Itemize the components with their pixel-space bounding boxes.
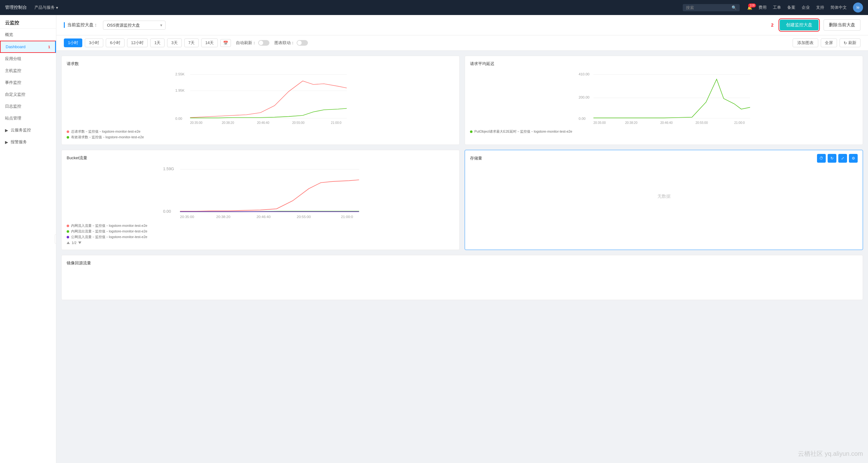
chart-request-count-title: 请求数 [67,61,454,67]
nav-enterprise[interactable]: 企业 [802,5,810,10]
fullscreen-button[interactable]: 全屏 [821,38,837,47]
step-label-2: 2 [771,23,774,28]
storage-actions: ⏱ ↻ ⤢ ⚙ [817,154,858,163]
sidebar-item-site[interactable]: 站点管理 [0,112,56,124]
sidebar-group-cloud[interactable]: ▶ 云服务监控 [0,124,56,136]
storage-expand-button[interactable]: ⤢ [838,154,847,163]
nav-filing[interactable]: 备案 [787,5,796,10]
svg-text:20:35:00: 20:35:00 [190,121,203,124]
chart-avg-latency-legend: PutObject请求最大E2E延时－监控值－logstore-monitor-… [470,129,858,134]
prev-page-icon[interactable] [67,242,70,244]
svg-text:21:00:0: 21:00:0 [341,215,353,219]
search-area: 🔍 [683,4,740,11]
nav-support[interactable]: 支持 [816,5,824,10]
chart-avg-latency-title: 请求平均延迟 [470,61,858,67]
nav-cost[interactable]: 费用 [758,5,767,10]
time-btn-3d[interactable]: 3天 [167,38,182,47]
pagination-controls: 1/2 [67,241,454,245]
legend-item-valid-req: 有效请求数－监控值－logstore-monitor-test-e2e [67,135,454,140]
dashboard-select-wrap: OSS资源监控大盘 主机监控大盘 自定义大盘 ▾ [103,21,165,30]
time-btn-7d[interactable]: 7天 [184,38,199,47]
svg-text:20:38:20: 20:38:20 [625,121,638,124]
main-content: 当前监控大盘： OSS资源监控大盘 主机监控大盘 自定义大盘 ▾ 2 创建监控大… [56,15,868,463]
sidebar-item-overview[interactable]: 概览 [0,29,56,41]
time-btn-1d[interactable]: 1天 [150,38,164,47]
svg-text:0.00: 0.00 [579,117,585,120]
chart-link-toggle[interactable] [297,40,308,46]
create-dashboard-button[interactable]: 创建监控大盘 [780,20,818,30]
request-count-svg: 2.55K 1.95K 0.00 20:35:00 20:38:20 20:46… [67,70,454,127]
sidebar-item-appgroup[interactable]: 应用分组 [0,53,56,65]
time-btn-12h[interactable]: 12小时 [127,38,148,47]
svg-text:410.00: 410.00 [579,72,589,76]
svg-text:20:38:20: 20:38:20 [216,215,230,219]
legend-dot-green-3 [67,230,69,233]
add-chart-button[interactable]: 添加图表 [793,38,818,47]
product-menu[interactable]: 产品与服务 ▾ [34,5,58,10]
storage-settings-button[interactable]: ⚙ [849,154,858,163]
legend-dot-green [67,136,69,138]
svg-text:200.00: 200.00 [579,95,589,99]
search-icon[interactable]: 🔍 [732,5,737,10]
chart-bucket-flow: Bucket流量 1.59G 0.00 20:35:00 20:38:20 20… [61,150,460,250]
svg-text:1.95K: 1.95K [175,89,185,92]
storage-header: 存储量 ⏱ ↻ ⤢ ⚙ [470,154,858,163]
sidebar-collapse-handle[interactable]: ≡ [55,235,56,244]
time-btn-14d[interactable]: 14天 [201,38,218,47]
svg-text:20:35:00: 20:35:00 [594,121,606,124]
avatar[interactable]: Ie [853,2,863,12]
nav-workorder[interactable]: 工单 [773,5,781,10]
chevron-down-icon: ▾ [56,5,58,10]
svg-text:21:00:0: 21:00:0 [331,121,342,124]
storage-clock-button[interactable]: ⏱ [817,154,826,163]
step-marker-1: 1 [48,45,50,49]
sidebar-item-host[interactable]: 主机监控 [0,65,56,76]
svg-text:20:38:20: 20:38:20 [222,121,235,124]
sidebar-item-dashboard[interactable]: Dashboard 1 [0,41,56,53]
chart-storage: 存储量 ⏱ ↻ ⤢ ⚙ 无数据 [465,150,863,250]
legend-item-latency: PutObject请求最大E2E延时－监控值－logstore-monitor-… [470,129,858,134]
svg-text:21:00:0: 21:00:0 [734,121,745,124]
storage-refresh-button[interactable]: ↻ [828,154,836,163]
chart-link-control: 图表联动： [274,40,308,46]
svg-text:0.00: 0.00 [163,209,171,214]
brand-logo: 管理控制台 [5,5,27,10]
next-page-icon[interactable] [78,242,81,244]
dashboard-select[interactable]: OSS资源监控大盘 主机监控大盘 自定义大盘 [103,21,165,30]
layout: 云监控 概览 Dashboard 1 应用分组 主机监控 事件监控 自定义监控 … [0,15,868,463]
time-btn-6h[interactable]: 6小时 [106,38,124,47]
chart-mirror-flow-area [67,270,858,295]
sidebar-group-alarm[interactable]: ▶ 报警服务 [0,136,56,148]
time-btn-3h[interactable]: 3小时 [85,38,103,47]
bottom-chart-area: 镜像回源流量 [56,255,868,305]
svg-text:1.59G: 1.59G [163,166,174,171]
sidebar-item-event[interactable]: 事件监控 [0,76,56,89]
legend-dot-red [67,130,69,133]
chevron-right-icon-2: ▶ [5,140,8,145]
delete-dashboard-button[interactable]: 删除当前大盘 [824,20,861,31]
notification-bell[interactable]: 🔔 108 [747,5,752,10]
nav-language[interactable]: 简体中文 [831,5,847,10]
sidebar-title: 云监控 [0,15,56,29]
search-input[interactable] [686,5,730,10]
nav-icons: 🔔 108 费用 工单 备案 企业 支持 简体中文 Ie [747,2,863,12]
legend-item-inbound: 内网流入流量－监控值－logstore-monitor-test-e2e [67,223,454,228]
legend-item-public-inbound: 公网流入流量－监控值－logstore-monitor-test-e2e [67,235,454,239]
chart-bucket-flow-legend: 内网流入流量－监控值－logstore-monitor-test-e2e 内网流… [67,223,454,245]
time-btn-1h[interactable]: 1小时 [64,38,82,47]
chart-avg-latency: 请求平均延迟 410.00 200.00 0.00 20:35:00 20:38… [465,56,863,145]
storage-body: 无数据 [470,165,858,228]
sidebar-item-custom[interactable]: 自定义监控 [0,89,56,100]
refresh-button[interactable]: ↻ 刷新 [839,38,861,47]
chevron-right-icon: ▶ [5,128,8,133]
calendar-button[interactable]: 📅 [220,39,231,47]
svg-text:20:55:00: 20:55:00 [297,215,311,219]
sidebar: 云监控 概览 Dashboard 1 应用分组 主机监控 事件监控 自定义监控 … [0,15,56,463]
top-nav: 管理控制台 产品与服务 ▾ 🔍 🔔 108 费用 工单 备案 企业 支持 简体中… [0,0,868,15]
svg-text:20:46:40: 20:46:40 [660,121,673,124]
sidebar-item-log[interactable]: 日志监控 [0,100,56,112]
chart-bucket-flow-title: Bucket流量 [67,155,454,161]
auto-refresh-toggle[interactable] [258,40,270,46]
legend-item-total-req: 总请求数－监控值－logstore-monitor-test-e2e [67,129,454,134]
svg-text:0.00: 0.00 [175,117,182,120]
